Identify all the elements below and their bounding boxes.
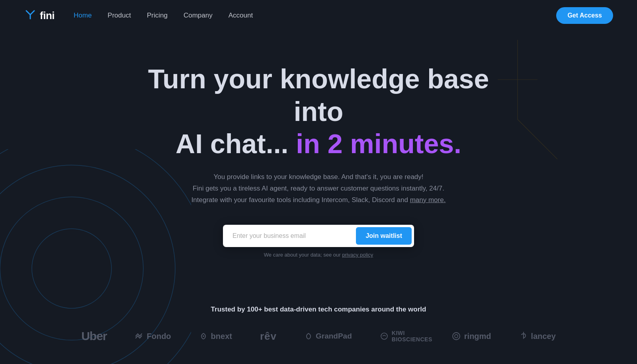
hero-title-line1: Turn your knowledge base into: [148, 64, 489, 127]
ringmd-icon: [451, 331, 461, 341]
logo-kiwi: KIWIBIOSCIENCES: [380, 330, 424, 343]
many-more-link[interactable]: many more.: [410, 196, 446, 204]
logo-ringmd: ringmd: [451, 331, 491, 341]
lancey-label: lancey: [531, 332, 556, 341]
logo-lancey: lancey: [519, 331, 556, 341]
trusted-section: Trusted by 100+ best data-driven tech co…: [0, 306, 637, 343]
svg-point-9: [455, 335, 458, 338]
fondo-icon: [135, 332, 144, 341]
lancey-icon: [519, 331, 528, 341]
privacy-note: We care about your data; see our privacy…: [264, 252, 373, 258]
nav-right: Get Access: [556, 7, 613, 24]
bnext-label: bnext: [211, 332, 232, 341]
bnext-icon: [199, 332, 208, 341]
nav-link-pricing[interactable]: Pricing: [147, 12, 168, 19]
nav-item-home[interactable]: Home: [74, 12, 92, 19]
nav-link-company[interactable]: Company: [184, 12, 213, 19]
nav-left: fini Home Product Pricing Company Accoun…: [24, 8, 253, 23]
hero-subtitle-line3: Integrate with your favourite tools incl…: [191, 196, 408, 204]
kiwi-label: KIWIBIOSCIENCES: [392, 330, 424, 343]
uber-label: Uber: [81, 329, 107, 343]
logo-text: fini: [40, 10, 55, 22]
nav-item-account[interactable]: Account: [229, 12, 253, 19]
hero-section: Turn your knowledge base into AI chat...…: [0, 31, 637, 282]
hero-subtitle: You provide links to your knowledge base…: [191, 171, 446, 206]
logo-fondo: Fondo: [135, 332, 171, 341]
nav-item-pricing[interactable]: Pricing: [147, 12, 168, 19]
nav-link-home[interactable]: Home: [74, 12, 92, 19]
logos-row: Uber Fondo bnext rêv GrandPad: [24, 329, 613, 343]
kiwi-icon: [380, 332, 389, 341]
ringmd-label: ringmd: [464, 332, 491, 341]
nav-item-product[interactable]: Product: [107, 12, 131, 19]
privacy-policy-link[interactable]: privacy policy: [342, 252, 373, 258]
hero-subtitle-line1: You provide links to your knowledge base…: [213, 173, 423, 181]
hero-subtitle-line2: Fini gets you a tireless AI agent, ready…: [193, 185, 444, 192]
get-access-button[interactable]: Get Access: [556, 7, 613, 24]
hero-title: Turn your knowledge base into AI chat...…: [139, 63, 498, 160]
grandpad-icon: [305, 332, 313, 340]
nav-link-product[interactable]: Product: [107, 12, 131, 19]
logo[interactable]: fini: [24, 8, 55, 23]
hero-title-highlight: in 2 minutes.: [288, 128, 461, 159]
logo-bnext: bnext: [199, 332, 232, 341]
logo-rev: rêv: [260, 330, 277, 343]
grandpad-label: GrandPad: [316, 332, 352, 341]
email-form: Join waitlist: [223, 225, 414, 247]
fondo-label: Fondo: [147, 332, 171, 341]
nav-links: Home Product Pricing Company Account: [74, 12, 253, 19]
logo-icon: [24, 8, 37, 23]
privacy-text: We care about your data; see our: [264, 252, 341, 258]
nav-item-company[interactable]: Company: [184, 12, 213, 19]
trusted-title: Trusted by 100+ best data-driven tech co…: [24, 306, 613, 313]
join-waitlist-button[interactable]: Join waitlist: [356, 227, 412, 245]
hero-title-line2: AI chat...: [176, 128, 288, 159]
svg-point-7: [381, 333, 387, 339]
nav-link-account[interactable]: Account: [229, 12, 253, 19]
email-input[interactable]: [229, 228, 356, 243]
logo-grandpad: GrandPad: [305, 332, 352, 341]
rev-label: rêv: [260, 330, 277, 343]
svg-point-8: [453, 333, 460, 340]
navbar: fini Home Product Pricing Company Accoun…: [0, 0, 637, 31]
logo-uber: Uber: [81, 329, 107, 343]
